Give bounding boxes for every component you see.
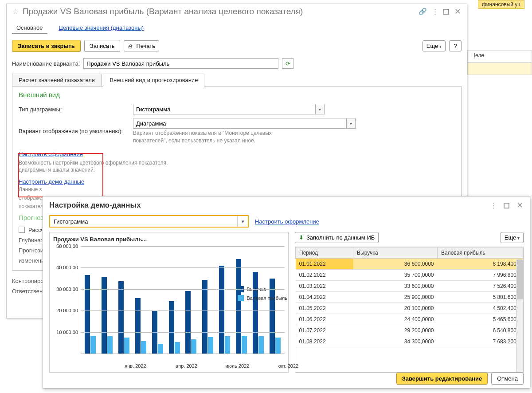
demo-data-window: Настройка демо-данных ⋮ ✕ ▾ Настроить оф… [43, 196, 530, 389]
display-variant-input[interactable] [133, 118, 346, 128]
write-close-button[interactable]: Записать и закрыть [12, 40, 81, 52]
finish-editing-button[interactable]: Завершить редактирование [396, 373, 488, 385]
chart-type-input[interactable] [133, 104, 315, 114]
demo-chart-type-combo[interactable]: ▾ [49, 215, 249, 228]
x-tick: июль 2022 [212, 363, 263, 369]
table-row[interactable]: 01.06.202224 400,00005 465,6000 [296, 314, 523, 325]
bar-revenue [135, 298, 141, 354]
style-help-text: Возможность настройки цветового оформлен… [19, 159, 196, 174]
subtab-view[interactable]: Внешний вид и прогнозирование [103, 74, 204, 86]
nav-tab-main[interactable]: Основное [12, 22, 47, 34]
chevron-down-icon[interactable]: ▾ [346, 118, 355, 128]
bar-revenue [253, 272, 258, 354]
cell-revenue: 24 400,0000 [353, 314, 438, 325]
table-row[interactable]: 01.04.202225 900,00005 801,6000 [296, 292, 523, 303]
cell-revenue: 29 200,0000 [353, 325, 438, 336]
chart-type-combo[interactable]: ▾ [133, 104, 325, 114]
variant-name-input[interactable] [83, 58, 278, 69]
table-more-button[interactable]: Еще [501, 232, 524, 243]
close-icon[interactable]: ✕ [454, 8, 462, 16]
bar-group [116, 281, 132, 354]
y-tick: 20 000,00 [56, 308, 78, 313]
cell-gross-profit: 5 465,6000 [438, 314, 523, 325]
col-revenue[interactable]: Выручка [353, 248, 438, 259]
bar-gross-profit [191, 339, 196, 354]
cancel-button[interactable]: Отмена [491, 373, 524, 385]
table-panel: ⬇ Заполнить по данным ИБ Еще Период Выру… [295, 232, 524, 373]
favorite-star-icon[interactable]: ☆ [12, 7, 19, 16]
maximize-icon[interactable] [443, 9, 449, 15]
display-variant-combo[interactable]: ▾ [133, 118, 356, 129]
cell-gross-profit: 7 526,4000 [438, 281, 523, 292]
bar-gross-profit [275, 338, 281, 354]
bar-group [133, 298, 149, 354]
table-scrollbar[interactable] [516, 259, 523, 372]
calc-checkbox-label: Рассч [28, 227, 44, 233]
demo-configure-style-link[interactable]: Настроить оформление [255, 218, 319, 225]
cell-gross-profit: 7 996,8000 [438, 270, 523, 281]
bar-group [82, 275, 98, 354]
nav-tab-ranges[interactable]: Целевые значения (диапазоны) [54, 22, 148, 33]
bar-gross-profit [225, 336, 230, 354]
bar-revenue [202, 280, 207, 354]
bar-group [250, 272, 266, 354]
bar-revenue [169, 301, 174, 354]
refresh-icon[interactable]: ⟳ [282, 58, 293, 69]
table-row[interactable]: 01.03.202233 600,00007 526,4000 [296, 281, 523, 292]
write-button[interactable]: Записать [84, 40, 121, 52]
configure-style-link[interactable]: Настроить оформление [19, 151, 83, 157]
cell-revenue: 35 700,0000 [353, 270, 438, 281]
fill-from-db-button[interactable]: ⬇ Заполнить по данным ИБ [295, 232, 379, 243]
more-vertical-icon[interactable]: ⋮ [431, 8, 439, 16]
bar-gross-profit [258, 336, 264, 354]
legend-label-gross-profit: Валовая прибыль [246, 295, 287, 301]
cell-revenue: 36 600,0000 [353, 259, 438, 270]
bar-revenue [185, 291, 191, 354]
cell-gross-profit: 8 198,4000 [438, 259, 523, 270]
print-label: Печать [136, 43, 155, 49]
configure-demo-link[interactable]: Настроить демо-данные [19, 178, 84, 185]
bar-gross-profit [107, 336, 113, 354]
table-row[interactable]: 01.05.202220 100,00004 502,4000 [296, 303, 523, 314]
chevron-down-icon[interactable]: ▾ [315, 104, 324, 114]
cell-period: 01.03.2022 [296, 281, 353, 292]
cell-period: 01.01.2022 [296, 259, 353, 270]
maximize-icon[interactable] [504, 203, 509, 208]
print-button[interactable]: 🖨 Печать [124, 40, 159, 51]
bar-gross-profit [90, 336, 96, 354]
cell-period: 01.07.2022 [296, 325, 353, 336]
more-button[interactable]: Еще [422, 40, 446, 51]
bar-group [166, 301, 182, 354]
display-help-text: Вариант отображения показателя в "Монито… [133, 130, 301, 145]
col-gross-profit[interactable]: Валовая прибыль [438, 248, 523, 259]
section-appearance-title: Внешний вид [19, 91, 455, 98]
link-icon[interactable]: 🔗 [419, 8, 426, 16]
col-period[interactable]: Период [296, 248, 353, 259]
demo-chart-type-input[interactable] [50, 216, 237, 227]
display-variant-label: Вариант отображения (по умолчанию): [19, 128, 129, 134]
printer-icon: 🖨 [128, 43, 133, 49]
subtab-calc[interactable]: Расчет значений показателя [12, 74, 102, 86]
cell-gross-profit: 6 540,8000 [438, 325, 523, 336]
calc-checkbox[interactable] [19, 227, 25, 233]
close-icon[interactable]: ✕ [516, 201, 524, 209]
table-row[interactable]: 01.02.202235 700,00007 996,8000 [296, 270, 523, 281]
cell-revenue: 33 600,0000 [353, 281, 438, 292]
cell-revenue: 25 900,0000 [353, 292, 438, 303]
scrollbar-thumb[interactable] [517, 259, 523, 299]
chevron-down-icon[interactable]: ▾ [237, 216, 248, 227]
bar-group [217, 266, 233, 354]
table-row[interactable]: 01.08.202234 300,00007 683,2000 [296, 336, 523, 347]
cell-period: 01.02.2022 [296, 270, 353, 281]
window-title: Продажи VS Валовая прибыль (Вариант анал… [23, 7, 419, 16]
chart-panel: Продажи VS Валовая прибыль... 50 000,004… [49, 232, 289, 373]
bar-gross-profit [141, 341, 146, 354]
more-vertical-icon[interactable]: ⋮ [489, 201, 497, 209]
help-button[interactable]: ? [449, 40, 462, 51]
data-table: Период Выручка Валовая прибыль 01.01.202… [295, 247, 523, 347]
bar-revenue [85, 275, 90, 354]
table-row[interactable]: 01.07.202229 200,00006 540,8000 [296, 325, 523, 336]
chart-y-axis: 50 000,0040 000,0030 000,0020 000,0010 0… [53, 246, 81, 362]
x-tick: янв. 2022 [110, 363, 161, 369]
table-row[interactable]: 01.01.202236 600,00008 198,4000 [296, 259, 523, 270]
